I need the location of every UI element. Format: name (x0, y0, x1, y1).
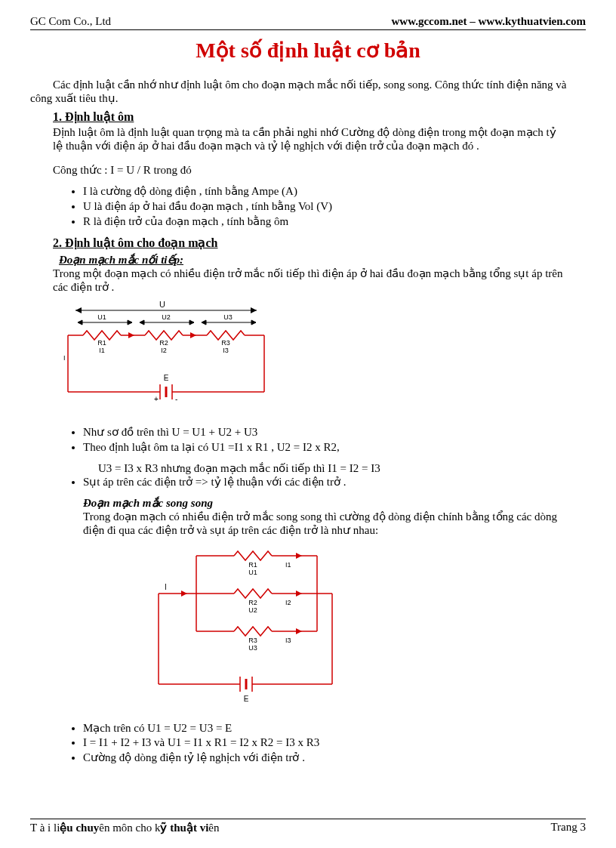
svg-text:U3: U3 (223, 313, 233, 321)
svg-marker-12 (251, 320, 256, 325)
svg-text:U1: U1 (248, 569, 257, 576)
svg-text:I3: I3 (223, 347, 229, 354)
section1-bullets: I là cường độ dòng điện , tính bằng Ampe… (68, 184, 586, 228)
svg-marker-57 (296, 591, 302, 597)
svg-text:U1: U1 (97, 313, 106, 321)
page-header: GC Com Co., Ltd www.gccom.net – www.kyth… (30, 15, 586, 30)
svg-marker-6 (128, 320, 132, 325)
series-circuit-diagram: U U1 U2 U3 (60, 301, 586, 418)
parallel-circuit-diagram: R1 U1 I1 R2 U2 I2 R3 U3 I3 I E (151, 544, 586, 714)
svg-text:R2: R2 (248, 599, 257, 606)
svg-text:I1: I1 (99, 347, 105, 354)
svg-text:U: U (159, 301, 165, 309)
list-item: Mạch trên có U1 = U2 = U3 = E (83, 721, 586, 735)
svg-text:R1: R1 (97, 339, 106, 347)
svg-text:I2: I2 (285, 599, 291, 606)
svg-text:R2: R2 (159, 339, 168, 347)
header-sites: www.gccom.net – www.kythuatvien.com (392, 15, 586, 28)
sub1-indent-line: U3 = I3 x R3 nhưng đoạn mạch mắc nối tiế… (98, 461, 586, 475)
svg-text:R1: R1 (248, 561, 257, 569)
svg-text:I: I (165, 583, 167, 591)
footer-left: T à i liệu chuyên môn cho kỹ thuật viên (30, 821, 220, 834)
sub2-heading: Đoạn mạch mắc song song (83, 496, 586, 510)
sub1-heading: Đoạn mạch mắc nối tiếp: (59, 253, 586, 267)
svg-text:R3: R3 (248, 637, 257, 644)
page-number: Trang 3 (550, 821, 586, 834)
svg-marker-56 (296, 553, 302, 559)
section1-text: Định luật ôm là định luật quan trọng mà … (53, 125, 563, 153)
list-item: I là cường độ dòng điện , tính bằng Ampe… (83, 184, 586, 198)
svg-marker-59 (181, 591, 187, 597)
svg-marker-9 (189, 320, 194, 325)
sub2-bullets: Mạch trên có U1 = U2 = U3 = E I = I1 + I… (68, 721, 586, 764)
svg-marker-5 (78, 320, 82, 325)
svg-marker-11 (202, 320, 206, 325)
svg-text:E: E (164, 374, 169, 382)
svg-text:U2: U2 (248, 606, 257, 614)
section1-heading: 1. Định luật ôm (53, 109, 586, 124)
svg-text:R3: R3 (221, 339, 230, 347)
list-item: I = I1 + I2 + I3 và U1 = I1 x R1 = I2 x … (83, 736, 586, 749)
svg-marker-1 (75, 307, 82, 313)
page-footer: T à i liệu chuyên môn cho kỹ thuật viên … (30, 819, 586, 834)
page-title: Một số định luật cơ bản (30, 38, 586, 63)
svg-text:I2: I2 (161, 347, 167, 354)
svg-marker-27 (128, 332, 134, 338)
sub1-text: Trong một đoạn mạch có nhiều điện trở mắ… (53, 267, 571, 294)
svg-marker-28 (190, 332, 196, 338)
company-name: GC Com Co., Ltd (30, 15, 111, 28)
svg-text:+: + (154, 395, 159, 403)
svg-text:-: - (175, 395, 177, 403)
sub1-bullets: Như sơ đồ trên thì U = U1 + U2 + U3 Theo… (68, 425, 586, 454)
svg-text:E: E (244, 695, 249, 703)
list-item: Cường độ dòng điện tỷ lệ nghịch với điện… (83, 751, 586, 764)
svg-marker-2 (251, 307, 257, 313)
svg-text:I: I (63, 354, 66, 362)
svg-text:U2: U2 (162, 313, 171, 321)
sub2-text: Trong đoạn mạch có nhiều điện trở mắc so… (83, 510, 571, 537)
list-item: U là điện áp ở hai đầu đoạn mạch , tính … (83, 199, 586, 213)
list-item: Sụt áp trên các điện trở => tỷ lệ thuận … (83, 475, 586, 489)
list-item: R là điện trở của đoạn mạch , tính bằng … (83, 214, 586, 228)
svg-text:I1: I1 (285, 561, 291, 569)
list-item: Như sơ đồ trên thì U = U1 + U2 + U3 (83, 425, 586, 439)
svg-marker-8 (140, 320, 144, 325)
intro-paragraph: Các định luật cần nhớ như định luật ôm c… (30, 78, 586, 105)
svg-text:I3: I3 (285, 637, 291, 644)
section1-formula: Công thức : I = U / R trong đó (53, 163, 586, 177)
section2-heading: 2. Định luật ôm cho đoạn mạch (53, 236, 586, 250)
sub1-bullets-cont: Sụt áp trên các điện trở => tỷ lệ thuận … (68, 475, 586, 489)
list-item: Theo định luật ôm ta lại có U1 =I1 x R1 … (83, 440, 586, 454)
svg-marker-58 (296, 628, 302, 634)
svg-text:U3: U3 (248, 644, 257, 652)
